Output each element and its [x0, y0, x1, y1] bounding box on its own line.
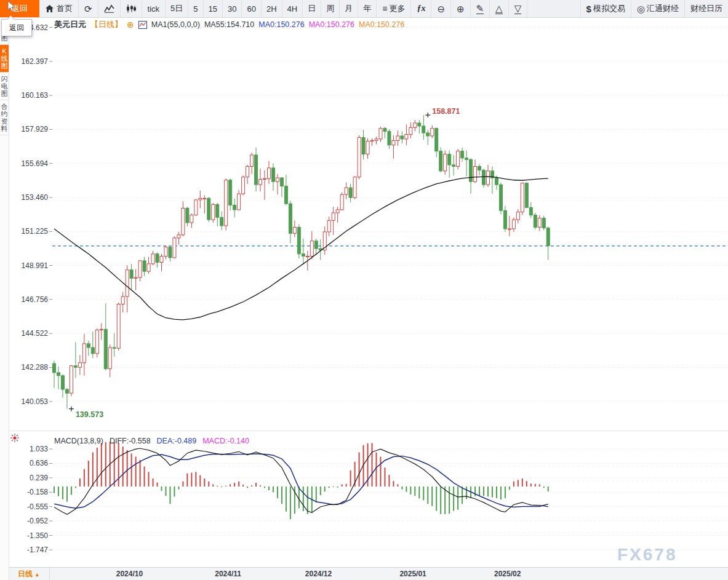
candlestick-chart-icon [126, 4, 136, 13]
toolbar-item-daily[interactable]: 日 [303, 0, 321, 17]
toolbar-item-label: 30 [228, 4, 236, 14]
toolbar-item-refresh[interactable]: ⟳ [79, 0, 98, 17]
toolbar-item-15min[interactable]: 15 [204, 0, 223, 17]
macd-bar-negative [247, 487, 248, 488]
macd-bar-positive [242, 485, 244, 487]
toolbar-item-label: 周 [326, 3, 334, 14]
macd-bar-negative [174, 487, 175, 497]
toolbar-item-tick[interactable]: tick [142, 0, 166, 17]
toolbar-item-sim-trading[interactable]: $ 模拟交易 [580, 0, 631, 17]
chart-canvas[interactable] [0, 0, 728, 580]
macd-bar-positive [208, 482, 209, 487]
toolbar-item-huitong[interactable]: ◎ 汇通财经 [631, 0, 685, 17]
toolbar-item-zoom-out[interactable]: ⊖ [431, 0, 451, 17]
indicator-settings-icon[interactable] [10, 433, 20, 443]
macd-bar-negative [307, 487, 308, 514]
menu-icon: ≡ [382, 4, 387, 14]
candle-down [534, 215, 537, 228]
macd-bar-positive [234, 483, 235, 487]
macd-bar-positive [535, 484, 536, 487]
candle-down [478, 166, 481, 170]
candle-down [362, 137, 365, 154]
toolbar-item-5min[interactable]: 5 [188, 0, 203, 17]
candle-down [525, 183, 528, 208]
candle-down [448, 154, 451, 165]
candle-up [310, 241, 313, 256]
toolbar-item-30min[interactable]: 30 [223, 0, 242, 17]
macd-bar-negative [449, 487, 450, 514]
ma-settings[interactable]: MA1(55,0,0,0) [151, 20, 200, 29]
toolbar-item-draw[interactable]: ✎ [471, 0, 490, 17]
candle-up [70, 366, 73, 394]
add-indicator-icon[interactable]: ⊕ [127, 20, 134, 30]
macd-bar-negative [466, 487, 467, 499]
macd-bar-positive [251, 485, 252, 487]
toolbar-item-indicator-fx[interactable]: ƒx [411, 0, 431, 17]
trading-app-window: 164.632162.397160.163157.929155.694153.4… [0, 0, 728, 580]
triangle-down-icon: ▽ [514, 4, 522, 14]
toolbar-item-candle-chart[interactable] [121, 0, 142, 17]
sidebar-tab-lightning-chart[interactable]: 闪电图 [0, 73, 9, 100]
macd-bar-positive [122, 447, 124, 487]
macd-bar-negative [221, 487, 222, 487]
candle-up [366, 141, 369, 154]
candle-up [164, 247, 167, 256]
toolbar-item-trend-chart[interactable] [98, 0, 121, 17]
macd-bar-negative [410, 487, 411, 495]
candle-down [65, 389, 68, 393]
candle-down [280, 178, 283, 186]
candle-down [435, 129, 438, 151]
toolbar-item-marker-up[interactable]: △ [490, 0, 509, 17]
macd-bar-negative [431, 487, 433, 506]
toolbar-item-5day[interactable]: 5日 [166, 0, 188, 17]
candle-up [392, 140, 395, 145]
back-button[interactable]: 返回 [0, 0, 39, 17]
candle-up [444, 154, 447, 171]
macd-bar-negative [457, 487, 458, 510]
candle-up [95, 330, 98, 354]
toolbar-item-weekly[interactable]: 周 [321, 0, 340, 17]
macd-bar-negative [440, 487, 441, 514]
macd-bar-positive [191, 473, 192, 487]
toolbar-item-label: 首页 [57, 3, 73, 14]
period-selector-label: 日线 [18, 569, 33, 579]
macd-params[interactable]: MACD(13,8,9) [54, 437, 103, 445]
toolbar-item-home[interactable]: 首页 [39, 0, 79, 17]
toolbar-item-2h[interactable]: 2H [262, 0, 282, 17]
macd-bar-negative [66, 487, 68, 502]
candle-down [255, 155, 258, 185]
sidebar-tab-kline-chart[interactable]: K线图 [0, 45, 9, 73]
candle-up [409, 127, 412, 134]
toolbar-item-60min[interactable]: 60 [242, 0, 261, 17]
toolbar-item-marker-down[interactable]: ▽ [509, 0, 528, 17]
macd-bar-positive [101, 443, 102, 487]
candle-up [151, 254, 154, 264]
toolbar-item-yearly[interactable]: 年 [358, 0, 377, 17]
toolbar-item-calendar[interactable]: 财经日历 [685, 0, 728, 17]
macd-bar-negative [487, 487, 489, 497]
toolbar-item-more[interactable]: ≡ 更多 [377, 0, 411, 17]
macd-bar-positive [92, 452, 94, 486]
period-selector[interactable]: 日线 ▲ [9, 568, 50, 580]
candle-up [259, 180, 262, 185]
macd-bar-negative [474, 487, 476, 496]
candle-down [233, 205, 236, 210]
mini-chart-icon[interactable] [138, 21, 147, 29]
toolbar-item-monthly[interactable]: 月 [340, 0, 358, 17]
macd-bar-positive [346, 484, 347, 487]
candle-up [512, 220, 515, 229]
macd-bar-negative [436, 487, 437, 511]
macd-bar-positive [127, 450, 128, 487]
top-toolbar: 返回 首页 ⟳ [0, 0, 728, 18]
candle-down [529, 207, 532, 215]
macd-bar-negative [303, 487, 304, 511]
macd-bar-positive [238, 482, 239, 487]
sidebar-tab-contract-info[interactable]: 合约资料 [0, 100, 9, 135]
macd-bar-positive [195, 472, 196, 487]
macd-bar-positive [513, 482, 514, 487]
toolbar-item-4h[interactable]: 4H [282, 0, 303, 17]
macd-bar-negative [401, 487, 402, 490]
toolbar-item-label: 5日 [170, 3, 183, 14]
triangle-up-icon: △ [495, 4, 503, 14]
toolbar-item-zoom-in[interactable]: ⊕ [451, 0, 471, 17]
